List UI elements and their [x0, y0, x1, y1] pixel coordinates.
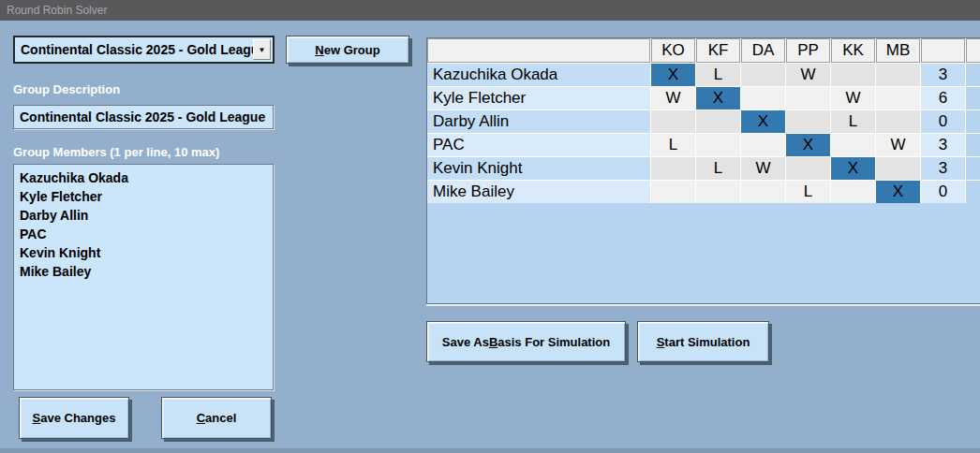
match-cell[interactable] [831, 181, 875, 203]
button-label: ave Changes [40, 411, 115, 425]
header-cell-ko: KO [651, 38, 695, 63]
match-cell[interactable] [786, 110, 830, 133]
match-cell[interactable] [741, 134, 785, 156]
match-cell[interactable] [741, 87, 785, 110]
match-cell[interactable]: L [696, 157, 740, 180]
score-cell: 6 [921, 87, 965, 110]
header-cell-mb: MB [876, 38, 920, 63]
header-cell-kk: KK [831, 38, 875, 63]
score-cell: 3 [921, 134, 965, 156]
match-cell[interactable] [651, 157, 695, 180]
cancel-button[interactable]: Cancel [161, 397, 272, 439]
match-cell[interactable]: W [876, 134, 920, 156]
table-stub-cell [966, 134, 980, 156]
match-cell[interactable]: X [876, 181, 920, 203]
header-score-cell [921, 38, 965, 63]
score-cell: 0 [921, 181, 965, 203]
match-cell[interactable]: L [651, 134, 695, 156]
player-name-cell: Kazuchika Okada [427, 64, 650, 86]
button-label: C [197, 411, 205, 425]
header-stub-cell [966, 38, 980, 63]
match-cell[interactable] [651, 181, 695, 203]
button-label: S [33, 411, 41, 425]
chevron-down-icon[interactable]: ▼ [253, 39, 271, 60]
match-cell[interactable] [696, 134, 740, 156]
score-cell: 3 [921, 64, 965, 86]
title-bar: Round Robin Solver [0, 0, 980, 21]
group-description-input[interactable] [13, 105, 274, 129]
match-cell[interactable] [831, 64, 875, 86]
match-cell[interactable] [786, 157, 830, 180]
table-stub-cell [966, 181, 980, 203]
match-cell[interactable] [696, 110, 740, 133]
header-cell-da: DA [741, 38, 785, 63]
match-cell[interactable]: L [786, 181, 830, 203]
match-cell[interactable]: W [651, 87, 695, 110]
match-cell[interactable] [876, 87, 920, 110]
player-name-cell: Darby Allin [427, 110, 650, 133]
group-members-label: Group Members (1 per line, 10 max) [13, 145, 219, 159]
match-cell[interactable] [876, 110, 920, 133]
group-select-value: Continental Classic 2025 - Gold League [15, 42, 253, 57]
button-label: S [657, 335, 665, 349]
match-cell[interactable]: X [696, 87, 740, 110]
match-cell[interactable]: X [651, 64, 695, 86]
match-cell[interactable] [741, 64, 785, 86]
score-cell: 3 [921, 157, 965, 180]
player-name-cell: PAC [427, 134, 650, 156]
round-robin-table: KO KF DA PP KK MB Kazuchika Okada X L W … [426, 37, 980, 304]
match-cell[interactable]: W [831, 87, 875, 110]
window-bottom-edge [0, 448, 980, 453]
button-label: tart Simulation [664, 335, 750, 349]
group-description-label: Group Description [13, 82, 120, 96]
start-simulation-button[interactable]: Start Simulation [637, 321, 769, 362]
match-cell[interactable] [786, 87, 830, 110]
table-stub-cell [966, 157, 980, 180]
button-label: ew Group [324, 43, 380, 57]
player-name-cell: Kevin Knight [427, 157, 650, 180]
match-cell[interactable] [831, 134, 875, 156]
match-cell[interactable] [651, 110, 695, 133]
window-title: Round Robin Solver [7, 4, 107, 17]
table-stub-cell [966, 87, 980, 110]
button-label: asis For Simulation [497, 335, 610, 349]
match-cell[interactable]: X [741, 110, 785, 133]
match-cell[interactable] [696, 181, 740, 203]
button-label: N [315, 43, 323, 57]
header-cell-pp: PP [786, 38, 830, 63]
match-cell[interactable]: W [741, 157, 785, 180]
match-cell[interactable] [876, 157, 920, 180]
score-cell: 0 [921, 110, 965, 133]
save-as-basis-button[interactable]: Save As Basis For Simulation [426, 321, 626, 362]
match-cell[interactable] [741, 181, 785, 203]
match-cell[interactable]: L [831, 110, 875, 133]
player-name-cell: Kyle Fletcher [427, 87, 650, 110]
table-stub-cell [966, 110, 980, 133]
group-select-dropdown[interactable]: Continental Classic 2025 - Gold League ▼ [13, 36, 275, 64]
match-cell[interactable]: L [696, 64, 740, 86]
button-label: ancel [205, 411, 236, 425]
header-name-cell [427, 38, 650, 63]
match-cell[interactable]: W [786, 64, 830, 86]
match-cell[interactable]: X [786, 134, 830, 156]
match-cell[interactable] [876, 64, 920, 86]
match-cell[interactable]: X [831, 157, 875, 180]
button-label: Save As [442, 335, 489, 349]
table-stub-cell [966, 64, 980, 86]
app-window: Round Robin Solver Continental Classic 2… [0, 0, 980, 453]
group-members-textarea[interactable]: Kazuchika Okada Kyle Fletcher Darby Alli… [13, 164, 274, 390]
player-name-cell: Mike Bailey [427, 181, 650, 203]
save-changes-button[interactable]: Save Changes [19, 397, 129, 439]
button-label: B [489, 335, 497, 349]
new-group-button[interactable]: New Group [286, 36, 409, 64]
header-cell-kf: KF [696, 38, 740, 63]
